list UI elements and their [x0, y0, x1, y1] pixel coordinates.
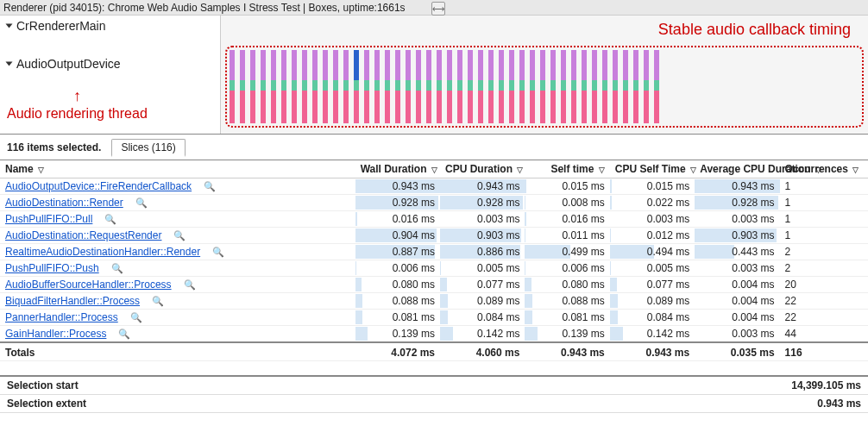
selection-extent-value: 0.943 ms	[434, 395, 868, 413]
occurrences: 2	[780, 260, 868, 277]
occurrences: 20	[780, 277, 868, 293]
sort-icon: ▽	[517, 166, 523, 174]
sort-icon: ▽	[38, 166, 44, 174]
table-row[interactable]: AudioDestination::RequestRender🔍0.904 ms…	[0, 228, 868, 244]
sort-icon: ▽	[690, 166, 696, 174]
timeline-bars	[230, 50, 859, 123]
occurrences: 1	[780, 228, 868, 244]
col-wall[interactable]: Wall Duration ▽	[355, 160, 440, 178]
col-cpu[interactable]: CPU Duration ▽	[440, 160, 525, 178]
magnifier-icon[interactable]: 🔍	[212, 247, 224, 257]
magnifier-icon[interactable]: 🔍	[152, 296, 164, 306]
col-self[interactable]: Self time ▽	[525, 160, 609, 178]
magnifier-icon[interactable]: 🔍	[173, 230, 186, 241]
col-name[interactable]: Name ▽	[0, 160, 355, 178]
chevron-down-icon	[6, 62, 13, 66]
occurrences: 1	[780, 211, 868, 228]
slice-name-link[interactable]: PannerHandler::Process	[5, 311, 118, 323]
table-header-row: Name ▽ Wall Duration ▽ CPU Duration ▽ Se…	[0, 160, 868, 178]
table-row[interactable]: RealtimeAudioDestinationHandler::Render🔍…	[0, 244, 868, 260]
occurrences: 2	[780, 244, 868, 260]
selection-start-value: 14,399.105 ms	[434, 376, 868, 395]
slice-name-link[interactable]: PushPullFIFO::Push	[5, 262, 99, 274]
annotation-rendering-thread: Audio rendering thread	[7, 106, 148, 122]
col-occ[interactable]: Occurrences ▽	[780, 160, 868, 178]
magnifier-icon[interactable]: 🔍	[111, 263, 123, 273]
chevron-down-icon	[6, 24, 13, 28]
slice-name-link[interactable]: AudioOutputDevice::FireRenderCallback	[5, 180, 192, 192]
totals-row: Totals4.072 ms4.060 ms0.943 ms0.943 ms0.…	[0, 342, 868, 361]
magnifier-icon[interactable]: 🔍	[204, 181, 216, 191]
selection-extent-row: Selection extent 0.943 ms	[0, 395, 868, 413]
occurrences: 22	[780, 310, 868, 326]
table-row[interactable]: AudioOutputDevice::FireRenderCallback🔍0.…	[0, 178, 868, 195]
sort-icon: ▽	[599, 166, 605, 174]
occurrences: 1	[780, 195, 868, 211]
slice-name-link[interactable]: BiquadFilterHandler::Process	[5, 295, 140, 307]
items-selected: 116 items selected.	[7, 141, 101, 153]
timeline-panel[interactable]: Stable audio callback timing	[221, 16, 868, 134]
selection-start-row: Selection start 14,399.105 ms	[0, 376, 868, 395]
col-avg[interactable]: Average CPU Duration ▽	[695, 160, 779, 178]
slice-name-link[interactable]: GainHandler::Process	[5, 328, 106, 340]
annotation-stable-callback: Stable audio callback timing	[658, 21, 851, 39]
selection-bar: 116 items selected. Slices (116)	[0, 134, 868, 160]
table-row[interactable]: BiquadFilterHandler::Process🔍0.088 ms0.0…	[0, 293, 868, 310]
magnifier-icon[interactable]: 🔍	[130, 312, 142, 322]
tab-slices[interactable]: Slices (116)	[111, 139, 185, 157]
slices-table: Name ▽ Wall Duration ▽ CPU Duration ▽ Se…	[0, 160, 868, 361]
occurrences: 22	[780, 293, 868, 310]
col-cpuself[interactable]: CPU Self Time ▽	[610, 160, 695, 178]
table-row[interactable]: AudioDestination::Render🔍0.928 ms0.928 m…	[0, 195, 868, 211]
expand-toggle-icon[interactable]: ⟷	[431, 2, 445, 16]
slice-name-link[interactable]: RealtimeAudioDestinationHandler::Render	[5, 246, 200, 258]
thread-label: CrRendererMain	[16, 19, 105, 33]
magnifier-icon[interactable]: 🔍	[184, 279, 196, 290]
table-row[interactable]: PushPullFIFO::Pull🔍0.016 ms0.003 ms0.016…	[0, 211, 868, 228]
table-row[interactable]: GainHandler::Process🔍0.139 ms0.142 ms0.1…	[0, 326, 868, 343]
slice-name-link[interactable]: AudioDestination::RequestRender	[5, 229, 161, 241]
arrow-up-icon: ↑	[73, 87, 81, 105]
selection-table: Selection start 14,399.105 ms Selection …	[0, 375, 868, 413]
selection-extent-label: Selection extent	[0, 395, 434, 413]
magnifier-icon[interactable]: 🔍	[104, 214, 116, 224]
thread-labels: CrRendererMain AudioOutputDevice ↑ Audio…	[0, 16, 221, 134]
thread-audiooutputdevice[interactable]: AudioOutputDevice	[0, 53, 220, 74]
renderer-header: Renderer (pid 34015): Chrome Web Audio S…	[0, 0, 868, 16]
selection-start-label: Selection start	[0, 376, 434, 395]
slice-name-link[interactable]: AudioBufferSourceHandler::Process	[5, 279, 172, 291]
renderer-title: Renderer (pid 34015): Chrome Web Audio S…	[3, 2, 406, 14]
occurrences: 44	[780, 326, 868, 343]
magnifier-icon[interactable]: 🔍	[135, 197, 148, 208]
sort-icon: ▽	[852, 166, 859, 174]
slice-name-link[interactable]: PushPullFIFO::Pull	[5, 213, 92, 225]
occurrences: 1	[780, 178, 868, 195]
magnifier-icon[interactable]: 🔍	[118, 329, 130, 339]
slice-name-link[interactable]: AudioDestination::Render	[5, 197, 123, 209]
table-row[interactable]: PushPullFIFO::Push🔍0.006 ms0.005 ms0.006…	[0, 260, 868, 277]
table-row[interactable]: PannerHandler::Process🔍0.081 ms0.084 ms0…	[0, 310, 868, 326]
thread-crrenderermain[interactable]: CrRendererMain	[0, 16, 220, 36]
table-row[interactable]: AudioBufferSourceHandler::Process🔍0.080 …	[0, 277, 868, 293]
thread-label: AudioOutputDevice	[16, 57, 121, 71]
sort-icon: ▽	[431, 166, 437, 174]
